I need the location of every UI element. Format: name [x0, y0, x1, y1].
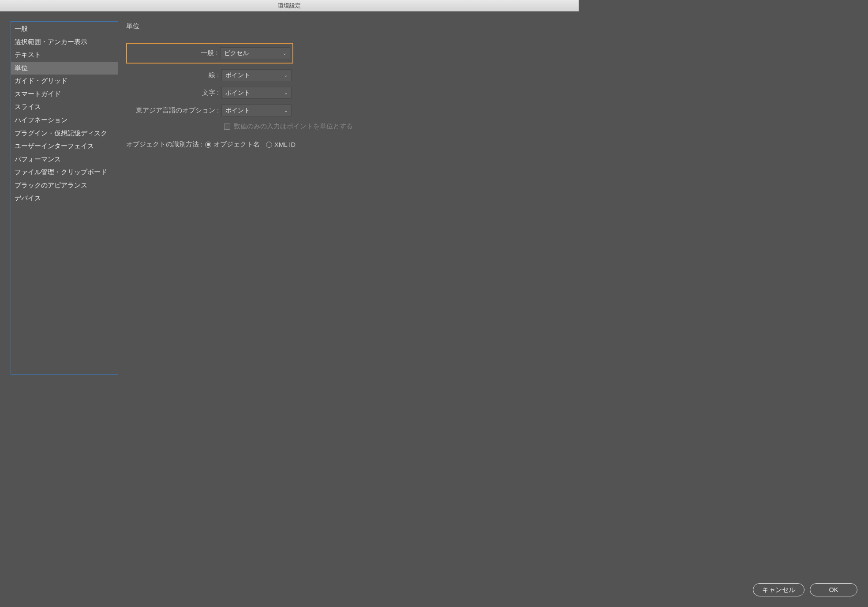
sidebar-item-general[interactable]: 一般 — [11, 22, 118, 36]
type-units-value: ポイント — [225, 89, 250, 97]
preferences-panel: 単位 一般 : ピクセル ⌄ 線 : ポイント ⌄ 文字 : ポイント ⌄ 東ア… — [126, 21, 568, 375]
type-units-label: 文字 : — [126, 89, 221, 97]
chevron-down-icon: ⌄ — [283, 51, 286, 56]
highlighted-setting: 一般 : ピクセル ⌄ — [126, 43, 293, 64]
radio-label-xml-id: XML ID — [274, 141, 296, 148]
stroke-units-value: ポイント — [225, 71, 250, 79]
radio-icon — [205, 142, 211, 148]
general-units-label: 一般 : — [127, 49, 220, 57]
radio-option-object-name[interactable]: オブジェクト名 — [205, 140, 260, 149]
chevron-down-icon: ⌄ — [284, 90, 288, 95]
sidebar-item-devices[interactable]: デバイス — [11, 192, 118, 205]
stroke-units-dropdown[interactable]: ポイント ⌄ — [221, 69, 292, 81]
sidebar-item-guides-grid[interactable]: ガイド・グリッド — [11, 75, 118, 88]
identify-objects-label: オブジェクトの識別方法 : — [126, 140, 202, 149]
sidebar-item-units[interactable]: 単位 — [11, 62, 118, 75]
window-title: 環境設定 — [278, 2, 301, 9]
general-units-dropdown[interactable]: ピクセル ⌄ — [220, 47, 290, 59]
sidebar-item-selection-anchor[interactable]: 選択範囲・アンカー表示 — [11, 36, 118, 49]
sidebar-item-hyphenation[interactable]: ハイフネーション — [11, 114, 118, 127]
type-units-dropdown[interactable]: ポイント ⌄ — [221, 87, 292, 99]
sidebar-item-smart-guides[interactable]: スマートガイド — [11, 88, 118, 101]
sidebar-item-performance[interactable]: パフォーマンス — [11, 153, 118, 166]
numbers-as-points-checkbox[interactable] — [224, 124, 230, 130]
stroke-units-label: 線 : — [126, 71, 221, 79]
sidebar-item-ui[interactable]: ユーザーインターフェイス — [11, 140, 118, 153]
radio-icon — [266, 142, 272, 148]
preferences-sidebar: 一般 選択範囲・アンカー表示 テキスト 単位 ガイド・グリッド スマートガイド … — [11, 21, 118, 375]
radio-label-object-name: オブジェクト名 — [213, 140, 260, 149]
sidebar-item-text[interactable]: テキスト — [11, 49, 118, 62]
east-asian-units-value: ポイント — [225, 107, 250, 115]
sidebar-item-black-appearance[interactable]: ブラックのアピアランス — [11, 179, 118, 192]
sidebar-item-file-clipboard[interactable]: ファイル管理・クリップボード — [11, 166, 118, 179]
chevron-down-icon: ⌄ — [284, 73, 288, 78]
chevron-down-icon: ⌄ — [284, 108, 288, 113]
window-titlebar: 環境設定 — [0, 0, 579, 11]
general-units-value: ピクセル — [224, 49, 249, 57]
east-asian-units-dropdown[interactable]: ポイント ⌄ — [221, 105, 292, 116]
sidebar-item-slices[interactable]: スライス — [11, 101, 118, 114]
east-asian-units-label: 東アジア言語のオプション : — [126, 106, 221, 115]
numbers-as-points-label: 数値のみの入力はポイントを単位とする — [234, 122, 353, 131]
sidebar-item-plugins-scratch[interactable]: プラグイン・仮想記憶ディスク — [11, 127, 118, 140]
panel-title: 単位 — [126, 22, 568, 30]
radio-option-xml-id[interactable]: XML ID — [266, 141, 296, 148]
